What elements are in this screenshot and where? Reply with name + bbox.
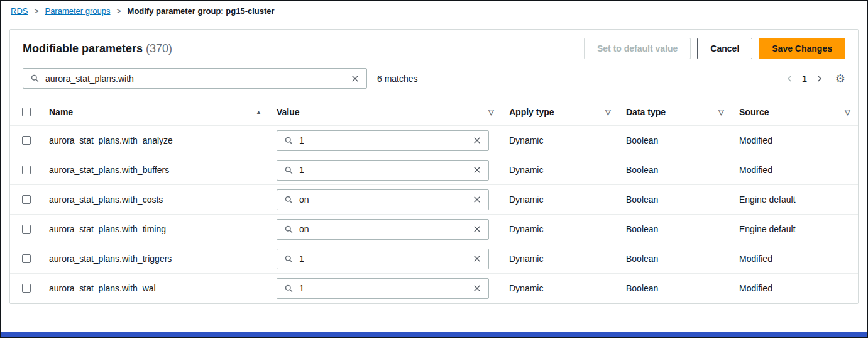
value-input-box[interactable] <box>277 160 489 181</box>
column-header-name[interactable]: Name▲ <box>41 98 269 126</box>
header-actions: Set to default value Cancel Save Changes <box>584 38 845 59</box>
clear-value-icon[interactable] <box>472 254 482 264</box>
filter-icon[interactable]: ▽ <box>845 108 850 116</box>
table-header-row: Name▲ Value▽ Apply type▽ Data type▽ Sour… <box>10 98 858 126</box>
table-row: aurora_stat_plans.with_timing Dynamic Bo… <box>10 215 858 244</box>
rds-console-window: RDS > Parameter groups > Modify paramete… <box>0 0 868 338</box>
parameters-table: Name▲ Value▽ Apply type▽ Data type▽ Sour… <box>10 98 858 303</box>
source-cell: Modified <box>732 126 858 155</box>
parameter-name: aurora_stat_plans.with_timing <box>49 224 166 234</box>
match-count: 6 matches <box>377 74 418 84</box>
parameter-name: aurora_stat_plans.with_analyze <box>49 135 173 145</box>
data-type-cell: Boolean <box>618 185 732 215</box>
row-checkbox[interactable] <box>22 166 31 174</box>
breadcrumb: RDS > Parameter groups > Modify paramete… <box>1 1 867 21</box>
cancel-button[interactable]: Cancel <box>697 38 752 59</box>
source-cell: Modified <box>732 155 858 185</box>
filter-icon[interactable]: ▽ <box>718 108 724 116</box>
table-toolbar: 6 matches 1 ⚙ <box>10 63 858 98</box>
filter-icon[interactable]: ▽ <box>605 108 611 116</box>
column-header-data-type[interactable]: Data type▽ <box>618 98 732 126</box>
data-type-cell: Boolean <box>618 155 732 185</box>
chevron-right-icon[interactable] <box>814 74 824 84</box>
pagination: 1 ⚙ <box>785 73 845 84</box>
search-icon <box>283 224 294 235</box>
table-row: aurora_stat_plans.with_buffers Dynamic B… <box>10 155 858 185</box>
source-cell: Engine default <box>732 215 858 244</box>
value-input[interactable] <box>299 194 467 205</box>
row-checkbox[interactable] <box>22 284 31 293</box>
apply-type-cell: Dynamic <box>502 155 618 185</box>
search-icon <box>283 135 294 146</box>
pagination-current-page[interactable]: 1 <box>798 74 811 84</box>
clear-value-icon[interactable] <box>472 283 482 293</box>
parameter-name: aurora_stat_plans.with_triggers <box>49 254 172 264</box>
console-footer-bar <box>1 332 867 337</box>
search-icon <box>30 73 40 84</box>
row-checkbox[interactable] <box>22 195 31 204</box>
column-label: Data type <box>626 107 666 117</box>
row-checkbox[interactable] <box>22 136 31 145</box>
table-row: aurora_stat_plans.with_wal Dynamic Boole… <box>10 274 858 303</box>
save-changes-button[interactable]: Save Changes <box>759 38 845 59</box>
search-icon <box>283 254 294 264</box>
value-input[interactable] <box>299 224 467 234</box>
breadcrumb-link-rds[interactable]: RDS <box>11 6 28 16</box>
value-input-box[interactable] <box>277 249 489 269</box>
clear-search-icon[interactable] <box>350 74 360 84</box>
value-input-box[interactable] <box>277 219 489 240</box>
value-input[interactable] <box>299 283 467 293</box>
breadcrumb-current: Modify parameter group: pg15-cluster <box>128 6 275 16</box>
page-title-text: Modifiable parameters <box>23 42 143 55</box>
parameter-count: (370) <box>146 42 172 55</box>
search-icon <box>283 165 294 176</box>
parameter-name: aurora_stat_plans.with_costs <box>49 194 163 205</box>
value-input-box[interactable] <box>277 189 489 210</box>
table-row: aurora_stat_plans.with_analyze Dynamic B… <box>10 126 858 155</box>
data-type-cell: Boolean <box>618 126 732 155</box>
clear-value-icon[interactable] <box>472 224 482 234</box>
chevron-right-icon: > <box>34 7 38 16</box>
panel-header: Modifiable parameters (370) Set to defau… <box>10 30 858 63</box>
parameter-name: aurora_stat_plans.with_buffers <box>49 165 169 175</box>
apply-type-cell: Dynamic <box>502 185 618 215</box>
set-to-default-button[interactable]: Set to default value <box>584 38 691 59</box>
row-checkbox[interactable] <box>22 254 31 263</box>
value-input[interactable] <box>299 254 467 264</box>
data-type-cell: Boolean <box>618 244 732 274</box>
column-header-apply-type[interactable]: Apply type▽ <box>502 98 618 126</box>
value-input[interactable] <box>299 135 467 145</box>
modifiable-parameters-panel: Modifiable parameters (370) Set to defau… <box>9 29 859 304</box>
search-input[interactable] <box>45 74 345 84</box>
sort-ascending-icon[interactable]: ▲ <box>256 109 261 115</box>
source-cell: Modified <box>732 244 858 274</box>
apply-type-cell: Dynamic <box>502 215 618 244</box>
apply-type-cell: Dynamic <box>502 244 618 274</box>
column-header-value[interactable]: Value▽ <box>269 98 502 126</box>
page-title: Modifiable parameters (370) <box>23 42 172 55</box>
column-label: Apply type <box>509 107 554 117</box>
filter-icon[interactable]: ▽ <box>488 108 494 116</box>
parameter-search-box[interactable] <box>23 68 367 89</box>
value-input-box[interactable] <box>277 278 489 299</box>
clear-value-icon[interactable] <box>472 165 482 175</box>
chevron-left-icon[interactable] <box>785 74 795 84</box>
table-row: aurora_stat_plans.with_triggers Dynamic … <box>10 244 858 274</box>
source-cell: Engine default <box>732 185 858 215</box>
column-header-source[interactable]: Source▽ <box>732 98 858 126</box>
clear-value-icon[interactable] <box>472 135 482 145</box>
search-icon <box>283 194 294 205</box>
data-type-cell: Boolean <box>618 274 732 303</box>
settings-gear-icon[interactable]: ⚙ <box>835 73 845 84</box>
value-input[interactable] <box>299 165 467 175</box>
apply-type-cell: Dynamic <box>502 274 618 303</box>
column-label: Source <box>739 107 769 117</box>
parameter-name: aurora_stat_plans.with_wal <box>49 283 156 293</box>
clear-value-icon[interactable] <box>472 194 482 205</box>
select-all-checkbox[interactable] <box>22 108 31 116</box>
value-input-box[interactable] <box>277 130 489 151</box>
breadcrumb-link-parameter-groups[interactable]: Parameter groups <box>45 6 110 16</box>
data-type-cell: Boolean <box>618 215 732 244</box>
column-label: Name <box>49 107 73 117</box>
row-checkbox[interactable] <box>22 225 31 234</box>
